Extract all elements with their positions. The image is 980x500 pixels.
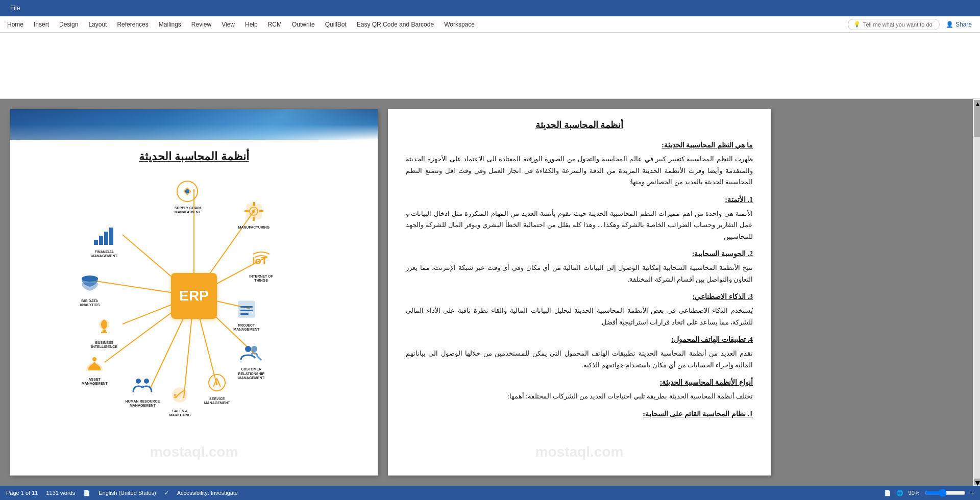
supply-chain-icon <box>175 179 201 205</box>
view-print-layout[interactable]: 📄 <box>884 490 891 496</box>
share-label: Share <box>955 21 972 28</box>
scroll-thumb[interactable] <box>974 106 980 137</box>
scroll-track[interactable] <box>974 106 980 479</box>
right-page-title: أنظمة المحاسبة الحديثة <box>406 119 753 131</box>
menu-layout[interactable]: Layout <box>83 16 112 33</box>
crm-icon <box>238 340 264 366</box>
page-header-decoration <box>10 109 378 140</box>
svg-rect-19 <box>244 210 249 212</box>
menu-references[interactable]: References <box>112 16 153 33</box>
menu-insert[interactable]: Insert <box>29 16 54 33</box>
bi-label: BUSINESSINTELLIGENCE <box>91 341 117 349</box>
svg-point-39 <box>136 379 141 384</box>
svg-rect-17 <box>253 202 255 206</box>
subsection1-text: الأتمتة هي واحدة من اهم مميزات النظم الم… <box>406 208 753 243</box>
crm-label: CUSTOMERRELATIONSHIPMANAGEMENT <box>238 367 265 380</box>
left-page-content: أنظمة المحاسبة الحديثة <box>10 140 378 429</box>
menu-home[interactable]: Home <box>2 16 29 33</box>
manufacturing-icon <box>240 198 267 224</box>
subsection4-text: تقدم العديد من أنظمة المحاسبة الحديثة تط… <box>406 348 753 371</box>
asset-label: ASSETMANAGEMENT <box>82 378 108 386</box>
svg-point-40 <box>144 379 149 384</box>
svg-point-34 <box>245 346 251 352</box>
svg-rect-29 <box>240 310 253 311</box>
module-hr: HUMAN RESOURCEMANAGEMENT <box>126 372 160 408</box>
erp-diagram: ERP SUPPLY CHAINMANAGEMENT <box>71 173 316 418</box>
zoom-level: 90% <box>909 490 920 496</box>
menu-quillbot[interactable]: QuillBot <box>320 16 352 33</box>
bi-icon <box>91 313 117 340</box>
page-count: Page 1 of 11 <box>6 490 38 496</box>
file-button[interactable]: File <box>5 0 25 16</box>
iot-icon: IoT <box>248 247 275 273</box>
project-label: PROJECTMANAGEMENT <box>233 323 259 332</box>
financial-icon <box>91 222 117 249</box>
svg-rect-28 <box>240 306 253 308</box>
module-service: SERVICEMANAGEMENT <box>204 369 230 406</box>
title-bar: File <box>0 0 980 16</box>
erp-center-label: ERP <box>171 273 217 319</box>
service-label: SERVICEMANAGEMENT <box>204 397 230 406</box>
page-right: أنظمة المحاسبة الحديثة ما هي النظم المحا… <box>388 109 771 476</box>
menu-bar: Home Insert Design Layout References Mai… <box>0 16 980 33</box>
bigdata-label: BIG DATAANALYTICS <box>80 299 100 308</box>
hr-label: HUMAN RESOURCEMANAGEMENT <box>126 399 160 408</box>
hr-icon <box>129 372 156 398</box>
menu-view[interactable]: View <box>216 16 240 33</box>
scroll-down-arrow[interactable]: ▼ <box>974 479 980 485</box>
share-button[interactable]: 👤 Share <box>940 19 978 30</box>
svg-rect-24 <box>109 228 113 245</box>
iot-label: INTERNET OFTHINGS <box>249 274 273 283</box>
subsection4-heading: 4. تطبيقات الهاتف المحمول: <box>406 335 753 344</box>
zoom-in-btn[interactable]: + <box>971 490 974 496</box>
supply-chain-label: SUPPLY CHAINMANAGEMENT <box>175 206 201 215</box>
menu-easyqr[interactable]: Easy QR Code and Barcode <box>352 16 439 33</box>
module-bigdata: BIG DATAANALYTICS <box>77 271 103 308</box>
subsection2-text: تتيح الأنظمة المحاسبية السحابية إمكانية … <box>406 262 753 285</box>
module-supply-chain: SUPPLY CHAINMANAGEMENT <box>175 179 201 215</box>
language-text: English (United States) <box>99 490 156 496</box>
section2-heading: أنواع الأنظمة المحاسبية الحديثة: <box>406 378 753 387</box>
left-page-title: أنظمة المحاسبة الحديثة <box>139 150 249 163</box>
view-web[interactable]: 🌐 <box>896 490 903 496</box>
service-icon <box>204 369 230 396</box>
tell-me-box[interactable]: 💡 Tell me what you want to do <box>848 19 940 30</box>
menu-rcm[interactable]: RCM <box>263 16 287 33</box>
section1-heading: ما هي النظم المحاسبية الحديثة: <box>406 141 753 149</box>
accessibility-text: Accessibility: Investigate <box>177 490 238 496</box>
module-iot: IoT INTERNET OFTHINGS <box>248 247 275 283</box>
sales-icon: $ <box>167 382 193 408</box>
svg-point-38 <box>214 380 219 385</box>
zoom-slider[interactable] <box>925 489 966 497</box>
watermark-right: mostaql.com <box>535 444 624 460</box>
sales-label: SALES & MARKETING <box>162 409 198 418</box>
menu-workspace[interactable]: Workspace <box>439 16 480 33</box>
module-bi: BUSINESSINTELLIGENCE <box>91 313 117 349</box>
section2-intro: تختلف أنظمة المحاسبة الحديثة بطريقة تلبي… <box>406 391 753 403</box>
svg-rect-27 <box>238 301 255 317</box>
menu-review[interactable]: Review <box>186 16 216 33</box>
content-area: أنظمة المحاسبة الحديثة <box>0 99 980 486</box>
word-count: 1131 words <box>46 490 75 496</box>
svg-point-35 <box>251 346 257 352</box>
menu-design[interactable]: Design <box>54 16 83 33</box>
menu-outwrite[interactable]: Outwrite <box>287 16 320 33</box>
lightbulb-icon: 💡 <box>853 21 861 28</box>
ribbon <box>0 33 980 99</box>
person-icon: 👤 <box>946 21 953 28</box>
manufacturing-label: MANUFACTURING <box>238 226 270 230</box>
menu-help[interactable]: Help <box>240 16 263 33</box>
financial-label: FINANCIALMANAGEMENT <box>91 250 117 259</box>
menu-mailings[interactable]: Mailings <box>154 16 186 33</box>
module-project: PROJECTMANAGEMENT <box>233 296 260 332</box>
right-page-content: أنظمة المحاسبة الحديثة ما هي النظم المحا… <box>388 109 771 433</box>
subsection3-heading: 3. الذكاء الاصطناعي: <box>406 292 753 301</box>
scroll-up-arrow[interactable]: ▲ <box>974 100 980 106</box>
tell-me-text: Tell me what you want to do <box>863 21 933 28</box>
module-financial: FINANCIALMANAGEMENT <box>91 222 117 259</box>
svg-point-36 <box>92 357 96 361</box>
right-scrollbar[interactable]: ▲ ▼ <box>973 99 980 486</box>
asset-icon <box>81 350 108 377</box>
svg-rect-33 <box>101 332 107 333</box>
page-left: أنظمة المحاسبة الحديثة <box>10 109 378 476</box>
